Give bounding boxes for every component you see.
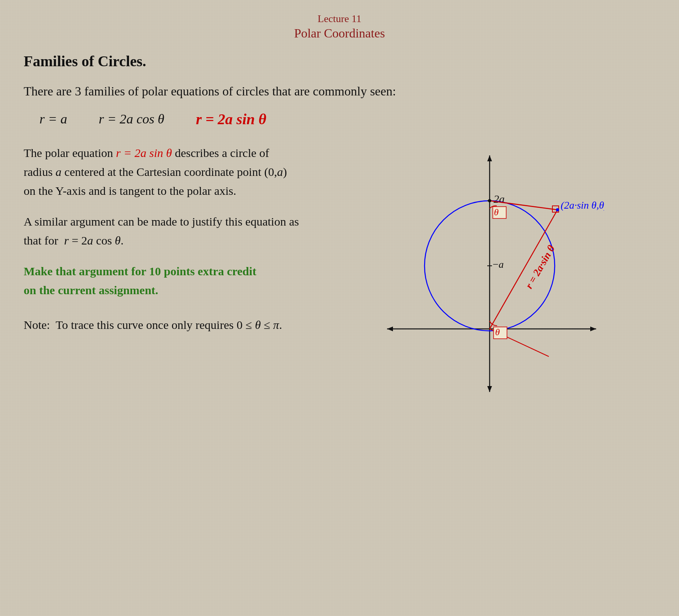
equation-2: r = 2a cos θ: [99, 112, 164, 127]
svg-point-22: [556, 208, 559, 211]
intro-text: There are 3 families of polar equations …: [24, 82, 655, 101]
svg-point-23: [488, 199, 491, 202]
svg-marker-4: [487, 155, 492, 161]
extra-credit-text: Make that argument for 10 points extra c…: [24, 262, 300, 300]
svg-text:θ: θ: [494, 207, 499, 217]
page: Lecture 11 Polar Coordinates Families of…: [0, 0, 679, 616]
diagram-area: 2a −a: [316, 144, 655, 392]
svg-marker-2: [590, 327, 596, 331]
content-area: The polar equation r = 2a sin θ describe…: [24, 144, 655, 392]
header: Lecture 11 Polar Coordinates: [24, 12, 655, 41]
lecture-number: Lecture 11: [24, 12, 655, 26]
svg-text:(2a·sin θ,θ): (2a·sin θ,θ): [561, 200, 604, 211]
section-title: Families of Circles.: [24, 52, 655, 70]
polar-diagram: 2a −a: [375, 147, 604, 404]
equation-3: r = 2a sin θ: [196, 110, 266, 128]
diagram-container: 2a −a: [375, 147, 596, 392]
page-title: Polar Coordinates: [24, 26, 655, 41]
equations-row: r = a r = 2a cos θ r = 2a sin θ: [24, 110, 655, 128]
svg-marker-1: [387, 327, 393, 331]
equation-1: r = a: [39, 112, 67, 127]
svg-text:−a: −a: [493, 259, 504, 270]
svg-text:2a: 2a: [494, 193, 505, 205]
note-text: Note: To trace this curve once only requ…: [24, 315, 300, 334]
svg-marker-6: [487, 386, 492, 392]
left-content: The polar equation r = 2a sin θ describe…: [24, 144, 300, 334]
description-text: The polar equation r = 2a sin θ describe…: [24, 144, 300, 200]
similar-text: A similar argument can be made to justif…: [24, 212, 300, 250]
svg-text:θ: θ: [495, 327, 500, 337]
